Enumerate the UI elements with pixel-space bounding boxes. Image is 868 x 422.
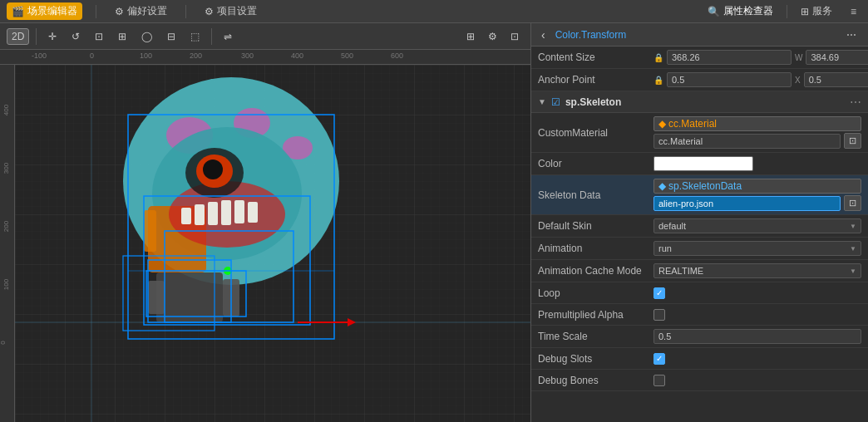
- time-scale-input[interactable]: [653, 329, 861, 344]
- settings-btn[interactable]: ⚙: [483, 28, 502, 45]
- circle-btn[interactable]: ◯: [136, 28, 157, 45]
- panel-tab-inspector[interactable]: 🔍 属性检查器: [708, 4, 773, 18]
- skeleton-data-ref-btn[interactable]: ⊡: [844, 195, 861, 211]
- debug-slots-checkbox[interactable]: [653, 353, 665, 365]
- service-icon: ⊞: [801, 6, 809, 17]
- svg-marker-32: [348, 318, 356, 326]
- properties-content: Content Size 🔒 W Anchor Point 🔒 X: [531, 47, 868, 422]
- content-size-w-input[interactable]: [667, 50, 792, 65]
- content-size-value: 🔒 W: [653, 50, 868, 65]
- custom-material-row: CustomMaterial ◆ cc.Material ⊡: [531, 113, 868, 153]
- menu-preferences[interactable]: ⚙ 偏好设置: [110, 2, 172, 20]
- custom-material-label: CustomMaterial: [538, 127, 650, 139]
- back-button[interactable]: ‹: [538, 28, 549, 42]
- anchor-point-value: 🔒 X: [653, 72, 868, 87]
- debug-bones-checkbox[interactable]: [653, 375, 665, 386]
- tick-500: 500: [341, 52, 353, 60]
- tick-300: 300: [241, 52, 254, 60]
- vtick-100: 100: [2, 279, 10, 290]
- menu-scene-editor[interactable]: 🎬 场景编辑器: [7, 2, 82, 20]
- color-swatch[interactable]: [653, 156, 753, 171]
- material-input[interactable]: [653, 134, 841, 149]
- color-value: [653, 156, 861, 171]
- default-skin-row: Default Skin default: [531, 215, 868, 238]
- w-label: W: [795, 53, 802, 62]
- rotate-btn[interactable]: ↺: [67, 28, 85, 45]
- loop-label: Loop: [538, 287, 650, 299]
- loop-checkbox[interactable]: [653, 287, 665, 299]
- service-label: 服务: [812, 4, 832, 18]
- tick-100: 100: [140, 52, 152, 60]
- debug-bones-value: [653, 375, 861, 386]
- svg-rect-21: [156, 272, 223, 322]
- inspector-label: 属性检查器: [723, 4, 773, 18]
- default-skin-select[interactable]: default: [653, 218, 861, 233]
- tick-n100: -100: [32, 52, 47, 60]
- premultiplied-checkbox[interactable]: [653, 309, 665, 321]
- grid-btn[interactable]: ⊞: [461, 28, 480, 45]
- rect-btn[interactable]: ⊞: [113, 28, 131, 45]
- skeleton-data-input[interactable]: [653, 196, 841, 211]
- material-badge-label: cc.Material: [668, 118, 717, 130]
- premultiplied-label: Premultiplied Alpha: [538, 309, 650, 321]
- loop-row: Loop: [531, 282, 868, 304]
- svg-rect-15: [221, 200, 231, 225]
- scale-btn[interactable]: ⊡: [90, 28, 108, 45]
- svg-rect-16: [234, 200, 244, 223]
- svg-rect-10: [144, 210, 156, 252]
- skeleton-section-title: sp.Skeleton: [565, 96, 845, 108]
- time-scale-row: Time Scale: [531, 326, 868, 348]
- anchor-point-row: Anchor Point 🔒 X: [531, 69, 868, 91]
- anim-cache-mode-select[interactable]: REALTIME SHARED_CACHE PRIVATE_CACHE: [653, 263, 861, 278]
- svg-rect-17: [248, 202, 258, 223]
- transform-link[interactable]: Color.Transform: [555, 29, 835, 41]
- flip-btn[interactable]: ⇌: [219, 28, 237, 45]
- skeleton-data-row: Skeleton Data ◆ sp.SkeletonData ⊡: [531, 175, 868, 215]
- tick-400: 400: [291, 52, 303, 60]
- fullscreen-btn[interactable]: ⊡: [506, 28, 524, 45]
- anchor-y-input[interactable]: [804, 72, 868, 87]
- premultiplied-row: Premultiplied Alpha: [531, 304, 868, 326]
- skeleton-data-badge: ◆ sp.SkeletonData: [653, 179, 861, 194]
- x-label: X: [795, 76, 801, 85]
- proj-settings-label: 项目设置: [217, 4, 257, 18]
- transform-btn[interactable]: ⬚: [185, 28, 205, 45]
- minus-btn[interactable]: ⊟: [162, 28, 180, 45]
- animation-select[interactable]: run: [653, 241, 861, 256]
- material-ref-btn[interactable]: ⊡: [844, 133, 861, 149]
- menu-project-settings[interactable]: ⚙ 项目设置: [200, 2, 262, 20]
- debug-slots-row: Debug Slots: [531, 348, 868, 370]
- tick-600: 600: [391, 52, 403, 60]
- anchor-x-input[interactable]: [667, 72, 792, 87]
- inspector-icon: 🔍: [708, 6, 720, 17]
- svg-rect-13: [195, 204, 205, 225]
- menu-hamburger[interactable]: ≡: [846, 4, 861, 19]
- color-label: Color: [538, 158, 650, 169]
- vtick-200: 200: [2, 221, 10, 232]
- ruler-vertical: 400 300 200 100 0: [0, 65, 15, 422]
- debug-slots-value: [653, 353, 861, 365]
- premultiplied-value: [653, 309, 861, 321]
- character-art: [15, 65, 497, 389]
- toolbar-sep-2: [211, 28, 212, 45]
- move-btn[interactable]: ✛: [43, 28, 62, 45]
- skeleton-section-header[interactable]: ▼ ☑ sp.Skeleton ⋯: [531, 91, 868, 113]
- panel-options-btn[interactable]: ⋯: [841, 27, 861, 43]
- color-row: Color: [531, 153, 868, 175]
- skeleton-checkbox-icon[interactable]: ☑: [551, 96, 560, 108]
- expand-arrow-icon: ▼: [538, 97, 546, 106]
- panel-header: ‹ Color.Transform ⋯: [531, 23, 868, 47]
- default-skin-label: Default Skin: [538, 220, 650, 232]
- scene-editor-icon: 🎬: [12, 6, 24, 17]
- debug-bones-label: Debug Bones: [538, 375, 650, 386]
- mode-2d-btn[interactable]: 2D: [7, 28, 29, 45]
- content-size-h-input[interactable]: [806, 50, 868, 65]
- scene-viewport[interactable]: 2D ✛ ↺ ⊡ ⊞ ◯ ⊟ ⬚ ⇌ ⊞ ⚙ ⊡ -100 0 100 20: [0, 23, 531, 422]
- section-more-icon[interactable]: ⋯: [850, 96, 861, 109]
- panel-tab-service[interactable]: ⊞ 服务: [801, 4, 832, 18]
- time-scale-label: Time Scale: [538, 331, 650, 342]
- main-area: 2D ✛ ↺ ⊡ ⊞ ◯ ⊟ ⬚ ⇌ ⊞ ⚙ ⊡ -100 0 100 20: [0, 23, 868, 422]
- scene-bg: -100 0 100 200 300 400 500 600 400 300 2…: [0, 50, 530, 422]
- svg-point-20: [203, 159, 223, 179]
- svg-rect-14: [208, 202, 218, 225]
